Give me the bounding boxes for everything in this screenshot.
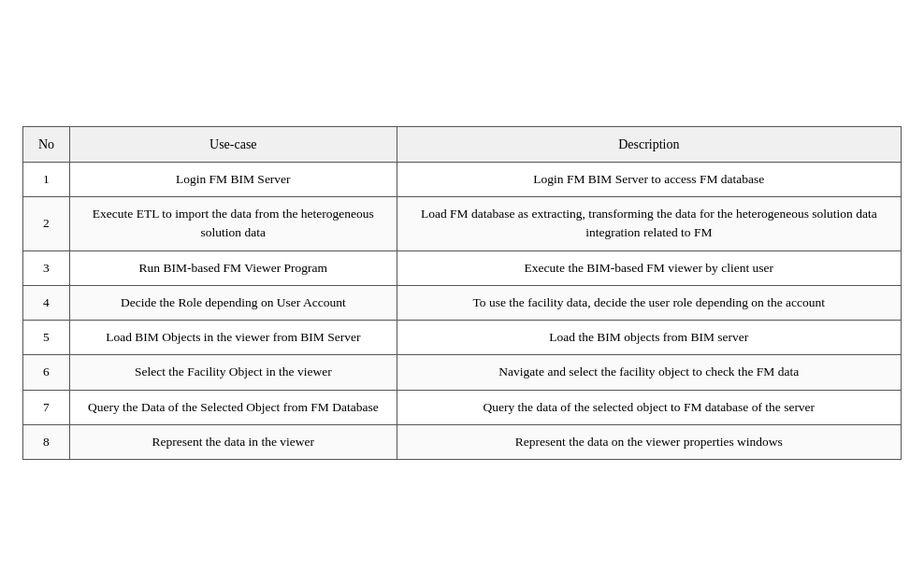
cell-no: 5 bbox=[23, 321, 70, 355]
cell-description: Represent the data on the viewer propert… bbox=[397, 424, 901, 459]
cell-description: Navigate and select the facility object … bbox=[397, 355, 901, 390]
cell-usecase: Execute ETL to import the data from the … bbox=[69, 197, 397, 251]
table-row: 2Execute ETL to import the data from the… bbox=[23, 197, 902, 251]
cell-no: 1 bbox=[23, 162, 70, 196]
cell-no: 8 bbox=[23, 424, 70, 459]
header-usecase: Use-case bbox=[69, 126, 397, 162]
header-no: No bbox=[23, 126, 70, 162]
cell-no: 3 bbox=[23, 250, 70, 285]
table-header-row: No Use-case Description bbox=[23, 126, 902, 162]
cell-usecase: Decide the Role depending on User Accoun… bbox=[69, 285, 397, 320]
cell-no: 6 bbox=[23, 355, 70, 390]
cell-usecase: Select the Facility Object in the viewer bbox=[69, 355, 397, 390]
cell-usecase: Run BIM-based FM Viewer Program bbox=[69, 250, 397, 285]
cell-description: Load the BIM objects from BIM server bbox=[397, 321, 901, 355]
main-container: No Use-case Description 1Login FM BIM Se… bbox=[22, 126, 902, 460]
cell-no: 7 bbox=[23, 390, 70, 424]
cell-description: Login FM BIM Server to access FM databas… bbox=[397, 162, 901, 196]
table-row: 6Select the Facility Object in the viewe… bbox=[23, 355, 902, 390]
use-case-table: No Use-case Description 1Login FM BIM Se… bbox=[22, 126, 902, 460]
cell-usecase: Represent the data in the viewer bbox=[69, 424, 397, 459]
cell-description: To use the facility data, decide the use… bbox=[397, 285, 901, 320]
table-row: 1Login FM BIM ServerLogin FM BIM Server … bbox=[23, 162, 902, 196]
table-row: 7Query the Data of the Selected Object f… bbox=[23, 390, 902, 424]
table-row: 5Load BIM Objects in the viewer from BIM… bbox=[23, 321, 902, 355]
cell-usecase: Load BIM Objects in the viewer from BIM … bbox=[69, 321, 397, 355]
cell-usecase: Login FM BIM Server bbox=[69, 162, 397, 196]
cell-no: 4 bbox=[23, 285, 70, 320]
header-description: Description bbox=[397, 126, 901, 162]
cell-description: Execute the BIM-based FM viewer by clien… bbox=[397, 250, 901, 285]
cell-usecase: Query the Data of the Selected Object fr… bbox=[69, 390, 397, 424]
cell-description: Load FM database as extracting, transfor… bbox=[397, 197, 901, 251]
cell-no: 2 bbox=[23, 197, 70, 251]
cell-description: Query the data of the selected object to… bbox=[397, 390, 901, 424]
table-row: 8Represent the data in the viewerReprese… bbox=[23, 424, 902, 459]
table-row: 3Run BIM-based FM Viewer ProgramExecute … bbox=[23, 250, 902, 285]
table-row: 4Decide the Role depending on User Accou… bbox=[23, 285, 902, 320]
